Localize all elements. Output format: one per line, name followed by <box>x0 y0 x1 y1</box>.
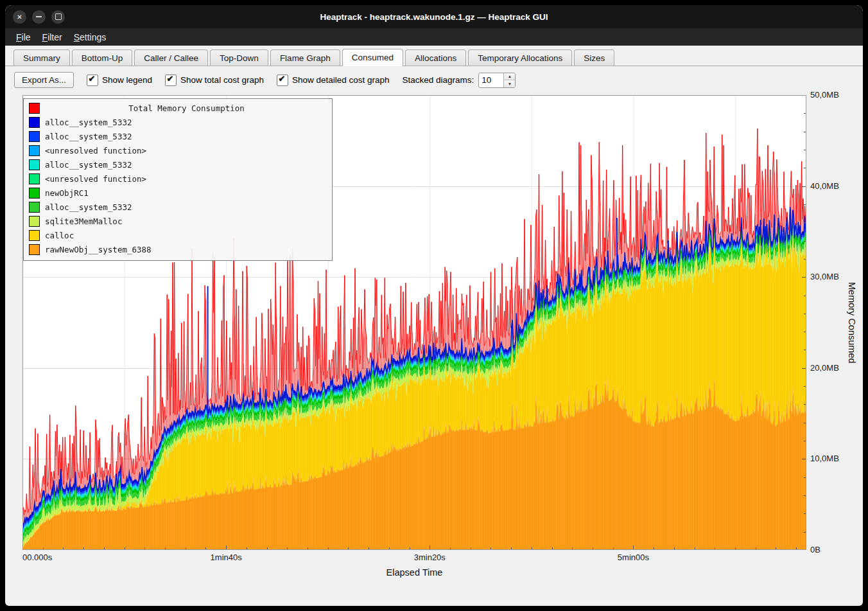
minimize-button[interactable] <box>32 10 46 24</box>
menu-filter[interactable]: Filter <box>37 30 68 44</box>
y-axis-title: Memory Consumed <box>844 95 860 550</box>
close-button[interactable]: ✕ <box>13 10 26 24</box>
title-bar: ✕ Heaptrack - heaptrack.wakunode.1.gz — … <box>5 5 863 28</box>
legend-item: calloc <box>28 228 328 242</box>
legend-item: alloc__system_5332 <box>28 129 328 143</box>
y-axis: 0B10,0MB20,0MB30,0MB40,0MB50,0MB <box>806 95 844 550</box>
maximize-icon <box>55 13 62 20</box>
legend-label: rawNewObj__system_6388 <box>45 245 152 254</box>
y-tick-label: 40,0MB <box>810 182 839 191</box>
legend-swatch-icon <box>29 173 40 184</box>
legend-item: <unresolved function> <box>28 172 328 186</box>
x-axis: 00.000s1min40s3min20s5min00s <box>22 550 806 564</box>
menu-settings[interactable]: Settings <box>68 30 112 44</box>
legend-label: sqlite3MemMalloc <box>45 217 122 226</box>
show-legend-label: Show legend <box>102 75 152 85</box>
show-detailed-cost-checkbox[interactable]: Show detailed cost graph <box>277 75 390 86</box>
legend-label: alloc__system_5332 <box>45 160 132 170</box>
window-title: Heaptrack - heaptrack.wakunode.1.gz — He… <box>320 12 548 22</box>
tab-caller-callee[interactable]: Caller / Callee <box>134 49 208 66</box>
show-total-cost-checkbox[interactable]: Show total cost graph <box>165 75 264 86</box>
total-swatch-icon <box>29 103 40 114</box>
legend-label: alloc__system_5332 <box>45 202 132 212</box>
x-tick-label: 5min00s <box>618 553 649 562</box>
legend-label: calloc <box>45 231 74 240</box>
legend-swatch-icon <box>29 216 40 227</box>
maximize-button[interactable] <box>51 10 65 24</box>
x-tick-label: 1min40s <box>211 553 242 562</box>
tab-bar: SummaryBottom-UpCaller / CalleeTop-DownF… <box>5 46 863 66</box>
chart-area: Total Memory Consumption alloc__system_5… <box>5 92 863 606</box>
y-tick-label: 10,0MB <box>810 454 839 463</box>
plot-area: Total Memory Consumption alloc__system_5… <box>22 95 806 550</box>
legend-label: <unresolved function> <box>45 174 146 184</box>
legend-label: alloc__system_5332 <box>45 118 132 127</box>
show-total-cost-label: Show total cost graph <box>180 75 264 85</box>
x-tick-label: 00.000s <box>22 553 52 562</box>
tab-temporary-allocations[interactable]: Temporary Allocations <box>468 49 572 66</box>
tab-consumed[interactable]: Consumed <box>342 49 403 66</box>
tab-top-down[interactable]: Top-Down <box>210 49 268 66</box>
legend-item: alloc__system_5332 <box>28 157 328 172</box>
tab-sizes[interactable]: Sizes <box>574 49 614 66</box>
legend-item: rawNewObj__system_6388 <box>28 242 328 256</box>
legend-swatch-icon <box>29 131 40 142</box>
legend-swatch-icon <box>29 230 40 241</box>
y-tick-label: 30,0MB <box>810 272 839 281</box>
export-as-button[interactable]: Export As... <box>14 72 74 88</box>
legend-items: alloc__system_5332alloc__system_5332<unr… <box>28 115 328 256</box>
tab-summary[interactable]: Summary <box>13 49 70 66</box>
menu-bar: File Filter Settings <box>5 28 863 46</box>
tab-flame-graph[interactable]: Flame Graph <box>270 49 340 66</box>
y-tick-label: 20,0MB <box>810 364 839 373</box>
stacked-diagrams-spinbox[interactable]: 10 ▲ ▼ <box>478 73 516 88</box>
checkbox-box-icon <box>87 75 98 86</box>
legend-swatch-icon <box>29 117 40 128</box>
legend-item: sqlite3MemMalloc <box>28 214 328 228</box>
y-tick-label: 50,0MB <box>810 91 839 100</box>
legend-label: <unresolved function> <box>45 146 146 155</box>
x-axis-title: Elapsed Time <box>22 564 806 585</box>
checkbox-box-icon <box>277 75 288 86</box>
tab-allocations[interactable]: Allocations <box>405 49 466 66</box>
show-legend-checkbox[interactable]: Show legend <box>87 75 152 86</box>
menu-file[interactable]: File <box>10 30 37 44</box>
toolbar: Export As... Show legend Show total cost… <box>5 66 863 92</box>
legend-title-row: Total Memory Consumption <box>28 101 328 115</box>
spin-up-button[interactable]: ▲ <box>504 73 515 81</box>
legend-item: alloc__system_5332 <box>28 200 328 214</box>
legend-swatch-icon <box>29 244 40 255</box>
legend-item: <unresolved function> <box>28 143 328 157</box>
legend-label: alloc__system_5332 <box>45 132 132 141</box>
legend-item: alloc__system_5332 <box>28 115 328 129</box>
y-tick-label: 0B <box>810 545 820 554</box>
stacked-diagrams-value[interactable]: 10 <box>479 73 503 87</box>
stacked-diagrams-label: Stacked diagrams: <box>403 75 474 85</box>
legend-swatch-icon <box>29 159 40 170</box>
show-detailed-cost-label: Show detailed cost graph <box>292 75 390 85</box>
tab-bottom-up[interactable]: Bottom-Up <box>72 49 133 66</box>
legend-item: newObjRC1 <box>28 186 328 200</box>
minimize-icon <box>36 16 42 17</box>
chart-legend: Total Memory Consumption alloc__system_5… <box>23 98 333 261</box>
x-tick-label: 3min20s <box>414 553 446 562</box>
legend-label: newObjRC1 <box>45 188 89 198</box>
chart-title: Total Memory Consumption <box>45 103 328 113</box>
spin-down-button[interactable]: ▼ <box>504 80 515 87</box>
app-window: ✕ Heaptrack - heaptrack.wakunode.1.gz — … <box>5 5 863 606</box>
legend-swatch-icon <box>29 188 40 199</box>
checkbox-box-icon <box>165 75 177 86</box>
legend-swatch-icon <box>29 145 40 156</box>
window-controls: ✕ <box>13 5 65 28</box>
legend-swatch-icon <box>29 202 40 213</box>
